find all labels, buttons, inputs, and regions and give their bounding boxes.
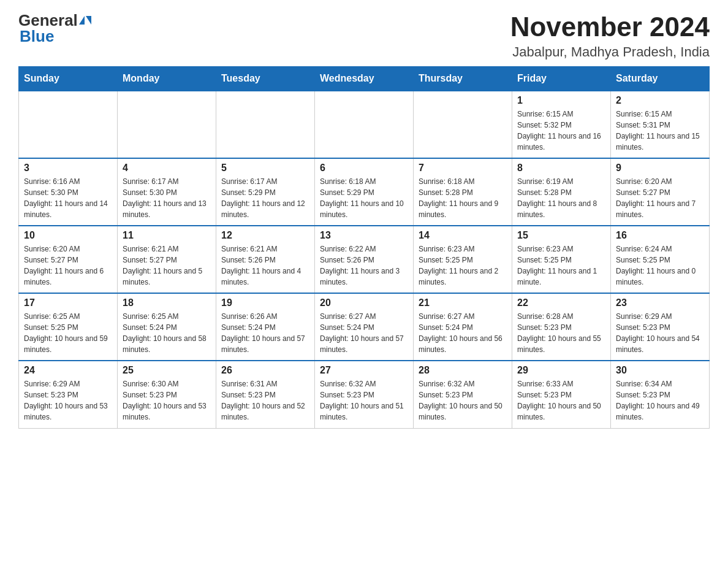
calendar-cell: 24Sunrise: 6:29 AMSunset: 5:23 PMDayligh… <box>19 361 118 428</box>
day-info: Sunrise: 6:17 AMSunset: 5:30 PMDaylight:… <box>123 176 211 220</box>
day-info: Sunrise: 6:32 AMSunset: 5:23 PMDaylight:… <box>419 378 507 423</box>
calendar-day-header: Monday <box>118 67 216 91</box>
day-number: 10 <box>24 230 112 241</box>
day-number: 12 <box>221 230 309 241</box>
day-number: 7 <box>419 163 507 174</box>
day-number: 19 <box>221 297 309 308</box>
day-number: 9 <box>616 163 704 174</box>
day-number: 23 <box>616 297 704 308</box>
calendar-table: SundayMondayTuesdayWednesdayThursdayFrid… <box>18 66 710 429</box>
calendar-cell: 4Sunrise: 6:17 AMSunset: 5:30 PMDaylight… <box>118 158 216 226</box>
calendar-cell: 12Sunrise: 6:21 AMSunset: 5:26 PMDayligh… <box>216 226 315 293</box>
day-number: 20 <box>320 297 408 308</box>
calendar-cell: 16Sunrise: 6:24 AMSunset: 5:25 PMDayligh… <box>611 226 710 293</box>
day-info: Sunrise: 6:21 AMSunset: 5:26 PMDaylight:… <box>221 243 309 288</box>
calendar-cell: 20Sunrise: 6:27 AMSunset: 5:24 PMDayligh… <box>315 293 414 361</box>
day-number: 2 <box>616 95 704 106</box>
day-info: Sunrise: 6:27 AMSunset: 5:24 PMDaylight:… <box>320 311 408 355</box>
day-info: Sunrise: 6:25 AMSunset: 5:24 PMDaylight:… <box>123 311 211 355</box>
calendar-cell: 26Sunrise: 6:31 AMSunset: 5:23 PMDayligh… <box>216 361 315 428</box>
calendar-cell: 28Sunrise: 6:32 AMSunset: 5:23 PMDayligh… <box>414 361 512 428</box>
day-info: Sunrise: 6:18 AMSunset: 5:28 PMDaylight:… <box>419 176 507 220</box>
calendar-cell: 1Sunrise: 6:15 AMSunset: 5:32 PMDaylight… <box>512 91 611 158</box>
calendar-cell: 14Sunrise: 6:23 AMSunset: 5:25 PMDayligh… <box>414 226 512 293</box>
page-header: General Blue November 2024 Jabalpur, Mad… <box>18 12 710 60</box>
day-number: 14 <box>419 230 507 241</box>
calendar-day-header: Friday <box>512 67 611 91</box>
day-info: Sunrise: 6:20 AMSunset: 5:27 PMDaylight:… <box>616 176 704 220</box>
day-info: Sunrise: 6:24 AMSunset: 5:25 PMDaylight:… <box>616 243 704 288</box>
calendar-cell: 17Sunrise: 6:25 AMSunset: 5:25 PMDayligh… <box>19 293 118 361</box>
day-number: 18 <box>123 297 211 308</box>
page-title: November 2024 <box>510 12 710 42</box>
day-number: 3 <box>24 163 112 174</box>
day-number: 29 <box>517 365 605 376</box>
day-info: Sunrise: 6:17 AMSunset: 5:29 PMDaylight:… <box>221 176 309 220</box>
calendar-cell: 6Sunrise: 6:18 AMSunset: 5:29 PMDaylight… <box>315 158 414 226</box>
day-info: Sunrise: 6:29 AMSunset: 5:23 PMDaylight:… <box>616 311 704 355</box>
day-info: Sunrise: 6:15 AMSunset: 5:32 PMDaylight:… <box>517 109 605 153</box>
calendar-cell: 18Sunrise: 6:25 AMSunset: 5:24 PMDayligh… <box>118 293 216 361</box>
day-info: Sunrise: 6:33 AMSunset: 5:23 PMDaylight:… <box>517 378 605 423</box>
day-info: Sunrise: 6:23 AMSunset: 5:25 PMDaylight:… <box>517 243 605 288</box>
day-number: 16 <box>616 230 704 241</box>
calendar-cell: 21Sunrise: 6:27 AMSunset: 5:24 PMDayligh… <box>414 293 512 361</box>
calendar-cell: 22Sunrise: 6:28 AMSunset: 5:23 PMDayligh… <box>512 293 611 361</box>
day-number: 17 <box>24 297 112 308</box>
calendar-cell: 27Sunrise: 6:32 AMSunset: 5:23 PMDayligh… <box>315 361 414 428</box>
calendar-cell: 8Sunrise: 6:19 AMSunset: 5:28 PMDaylight… <box>512 158 611 226</box>
calendar-week-row: 17Sunrise: 6:25 AMSunset: 5:25 PMDayligh… <box>19 293 710 361</box>
calendar-week-row: 24Sunrise: 6:29 AMSunset: 5:23 PMDayligh… <box>19 361 710 428</box>
day-number: 24 <box>24 365 112 376</box>
day-number: 25 <box>123 365 211 376</box>
day-number: 13 <box>320 230 408 241</box>
page-subtitle: Jabalpur, Madhya Pradesh, India <box>510 44 710 60</box>
day-info: Sunrise: 6:25 AMSunset: 5:25 PMDaylight:… <box>24 311 112 355</box>
day-number: 15 <box>517 230 605 241</box>
day-info: Sunrise: 6:22 AMSunset: 5:26 PMDaylight:… <box>320 243 408 288</box>
day-info: Sunrise: 6:15 AMSunset: 5:31 PMDaylight:… <box>616 109 704 153</box>
day-info: Sunrise: 6:31 AMSunset: 5:23 PMDaylight:… <box>221 378 309 423</box>
calendar-header-row: SundayMondayTuesdayWednesdayThursdayFrid… <box>19 67 710 91</box>
calendar-cell: 19Sunrise: 6:26 AMSunset: 5:24 PMDayligh… <box>216 293 315 361</box>
calendar-week-row: 10Sunrise: 6:20 AMSunset: 5:27 PMDayligh… <box>19 226 710 293</box>
day-info: Sunrise: 6:32 AMSunset: 5:23 PMDaylight:… <box>320 378 408 423</box>
calendar-cell: 13Sunrise: 6:22 AMSunset: 5:26 PMDayligh… <box>315 226 414 293</box>
calendar-cell: 7Sunrise: 6:18 AMSunset: 5:28 PMDaylight… <box>414 158 512 226</box>
calendar-cell: 30Sunrise: 6:34 AMSunset: 5:23 PMDayligh… <box>611 361 710 428</box>
calendar-week-row: 1Sunrise: 6:15 AMSunset: 5:32 PMDaylight… <box>19 91 710 158</box>
calendar-cell: 3Sunrise: 6:16 AMSunset: 5:30 PMDaylight… <box>19 158 118 226</box>
calendar-cell: 23Sunrise: 6:29 AMSunset: 5:23 PMDayligh… <box>611 293 710 361</box>
calendar-cell: 2Sunrise: 6:15 AMSunset: 5:31 PMDaylight… <box>611 91 710 158</box>
calendar-cell: 5Sunrise: 6:17 AMSunset: 5:29 PMDaylight… <box>216 158 315 226</box>
logo-triangle-up-icon <box>79 16 85 25</box>
calendar-cell <box>414 91 512 158</box>
title-area: November 2024 Jabalpur, Madhya Pradesh, … <box>510 12 710 60</box>
day-number: 27 <box>320 365 408 376</box>
calendar-day-header: Tuesday <box>216 67 315 91</box>
day-info: Sunrise: 6:34 AMSunset: 5:23 PMDaylight:… <box>616 378 704 423</box>
calendar-cell: 10Sunrise: 6:20 AMSunset: 5:27 PMDayligh… <box>19 226 118 293</box>
day-number: 4 <box>123 163 211 174</box>
day-info: Sunrise: 6:27 AMSunset: 5:24 PMDaylight:… <box>419 311 507 355</box>
logo-blue-text: Blue <box>20 28 54 44</box>
calendar-cell <box>118 91 216 158</box>
calendar-cell: 9Sunrise: 6:20 AMSunset: 5:27 PMDaylight… <box>611 158 710 226</box>
day-info: Sunrise: 6:26 AMSunset: 5:24 PMDaylight:… <box>221 311 309 355</box>
day-number: 21 <box>419 297 507 308</box>
day-number: 11 <box>123 230 211 241</box>
calendar-cell: 25Sunrise: 6:30 AMSunset: 5:23 PMDayligh… <box>118 361 216 428</box>
day-number: 30 <box>616 365 704 376</box>
calendar-day-header: Wednesday <box>315 67 414 91</box>
day-number: 5 <box>221 163 309 174</box>
calendar-cell <box>216 91 315 158</box>
logo-general-text: General <box>18 12 78 28</box>
day-number: 6 <box>320 163 408 174</box>
calendar-week-row: 3Sunrise: 6:16 AMSunset: 5:30 PMDaylight… <box>19 158 710 226</box>
calendar-cell <box>19 91 118 158</box>
day-number: 28 <box>419 365 507 376</box>
logo-triangle-down-icon <box>86 16 91 25</box>
calendar-day-header: Thursday <box>414 67 512 91</box>
day-info: Sunrise: 6:28 AMSunset: 5:23 PMDaylight:… <box>517 311 605 355</box>
calendar-cell <box>315 91 414 158</box>
